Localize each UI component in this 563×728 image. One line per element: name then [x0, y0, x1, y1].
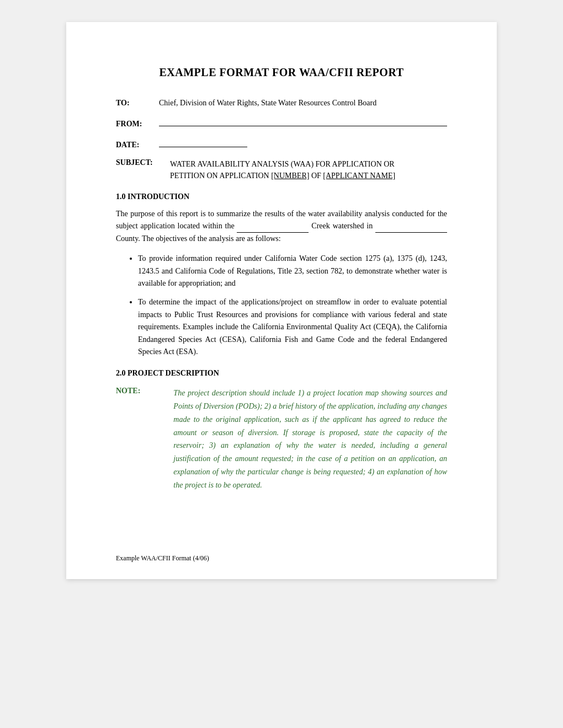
- header-section: TO: Chief, Division of Water Rights, Sta…: [116, 99, 447, 181]
- from-row: FROM:: [116, 116, 447, 129]
- subject-of: OF: [309, 172, 323, 180]
- date-label: DATE:: [116, 141, 155, 149]
- subject-content: WATER AVAILABILITY ANALYSIS (WAA) FOR AP…: [166, 158, 447, 181]
- subject-row: SUBJECT: WATER AVAILABILITY ANALYSIS (WA…: [116, 158, 447, 181]
- section1-bullets: To provide information required under Ca…: [138, 253, 447, 358]
- document-page: EXAMPLE FORMAT FOR WAA/CFII REPORT TO: C…: [66, 22, 497, 579]
- footer-text: Example WAA/CFII Format (4/06): [116, 554, 209, 562]
- subject-line1: WATER AVAILABILITY ANALYSIS (WAA) FOR AP…: [170, 160, 395, 168]
- footer: Example WAA/CFII Format (4/06): [116, 554, 209, 563]
- to-label: TO:: [116, 99, 155, 108]
- to-value: Chief, Division of Water Rights, State W…: [155, 99, 447, 108]
- note-text: The project description should include 1…: [173, 387, 447, 491]
- section-1: 1.0 INTRODUCTION The purpose of this rep…: [116, 192, 447, 358]
- subject-label: SUBJECT:: [116, 158, 166, 167]
- page-title: EXAMPLE FORMAT FOR WAA/CFII REPORT: [116, 66, 447, 79]
- county-blank: [375, 224, 447, 233]
- subject-line2: PETITION ON APPLICATION: [170, 172, 271, 180]
- subject-number: [Number]: [271, 172, 309, 180]
- note-section: NOTE: The project description should inc…: [116, 387, 447, 491]
- note-label: NOTE:: [116, 387, 140, 395]
- section2-heading: 2.0 PROJECT DESCRIPTION: [116, 369, 447, 378]
- to-row: TO: Chief, Division of Water Rights, Sta…: [116, 99, 447, 108]
- creek-blank: [237, 224, 309, 233]
- date-row: DATE:: [116, 137, 447, 149]
- from-field: [159, 116, 447, 126]
- from-label: FROM:: [116, 120, 155, 129]
- section1-body: The purpose of this report is to summari…: [116, 208, 447, 245]
- note-row: NOTE: The project description should inc…: [116, 387, 447, 491]
- section-2: 2.0 PROJECT DESCRIPTION NOTE: The projec…: [116, 369, 447, 491]
- bullet-item-2: To determine the impact of the applicati…: [138, 296, 447, 358]
- date-field: [159, 137, 247, 147]
- subject-applicant: [Applicant Name]: [323, 172, 395, 180]
- section1-heading: 1.0 INTRODUCTION: [116, 192, 447, 201]
- bullet-item-1: To provide information required under Ca…: [138, 253, 447, 290]
